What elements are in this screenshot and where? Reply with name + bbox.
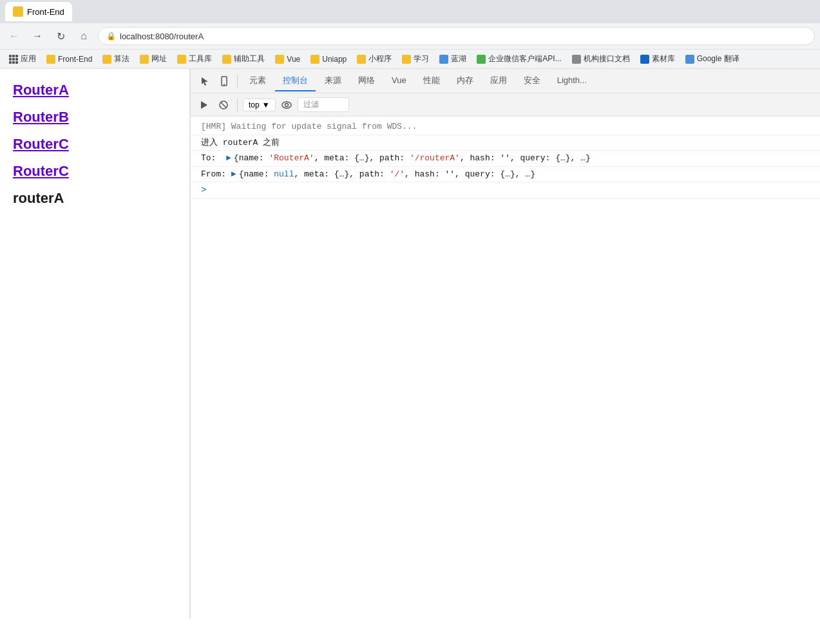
home-button[interactable]: ⌂ [75,27,93,45]
console-line-before-content: 进入 routerA 之前 [201,137,815,149]
router-c-link-2[interactable]: RouterC [13,163,176,180]
from-expand-arrow[interactable]: ► [231,169,236,179]
browser-chrome: Front-End ← → ↻ ⌂ 🔒 localhost:8080/route… [0,0,820,69]
bookmark-lanhu-label: 蓝湖 [451,53,466,64]
bookmark-vue-icon [275,55,284,64]
svg-point-6 [285,103,288,106]
from-name-value: null [274,169,294,179]
bookmark-url-icon [140,55,149,64]
tab-sources[interactable]: 来源 [317,71,349,91]
tab-application[interactable]: 应用 [482,71,515,91]
bookmarks-bar: 应用 Front-End 算法 网址 工具库 辅助工具 Vue Uniapp [0,49,820,68]
apps-grid-icon [9,55,18,64]
from-obj-start: {name: [239,169,274,179]
from-rest: , hash: '', query: {…}, …} [405,169,535,179]
forward-button[interactable]: → [28,27,46,45]
bookmark-learn[interactable]: 学习 [398,52,433,66]
bookmark-url[interactable]: 网址 [136,52,171,66]
active-tab[interactable]: Front-End [5,2,72,21]
bookmark-tools-icon [222,55,231,64]
bookmark-toolkit[interactable]: 工具库 [173,52,216,66]
bookmark-uniapp[interactable]: Uniapp [307,53,350,65]
clear-button[interactable] [215,97,232,113]
bookmark-wechat-icon [477,55,486,64]
to-label: To: [201,153,226,163]
cursor-icon[interactable] [196,72,214,90]
bookmark-algorithm[interactable]: 算法 [99,52,133,66]
tab-performance[interactable]: 性能 [415,71,448,91]
tab-elements-label: 元素 [249,75,266,85]
tab-lighthouse[interactable]: Lighth... [549,71,595,90]
svg-point-5 [282,102,291,108]
bookmark-material[interactable]: 素材库 [636,52,679,66]
router-c-link-1[interactable]: RouterC [13,136,176,153]
svg-line-4 [221,102,226,108]
console-line-from-content: From: ►{name: null, meta: {…}, path: '/'… [201,168,815,181]
back-button[interactable]: ← [5,27,23,45]
to-name-value: 'RouterA' [269,153,314,163]
bookmark-miniprogram[interactable]: 小程序 [353,52,396,66]
bookmark-translate-icon [685,55,694,64]
bookmark-miniprogram-label: 小程序 [368,53,392,64]
devtools-panel: 元素 控制台 来源 网络 Vue 性能 内存 应用 [190,69,820,619]
bookmark-learn-icon [402,55,411,64]
bookmark-vue[interactable]: Vue [271,53,304,65]
bookmark-wechat-api[interactable]: 企业微信客户端API... [473,52,565,66]
bookmark-tools[interactable]: 辅助工具 [218,52,269,66]
tab-network[interactable]: 网络 [350,71,383,91]
bookmark-material-label: 素材库 [652,53,675,64]
browser-toolbar: ← → ↻ ⌂ 🔒 localhost:8080/routerA [0,23,820,49]
tab-divider-1 [237,75,238,88]
router-b-link[interactable]: RouterB [13,109,176,126]
svg-marker-2 [201,101,207,109]
bookmark-api-doc[interactable]: 机构接口文档 [568,52,634,66]
tab-title: Front-End [27,7,64,17]
router-a-link[interactable]: RouterA [13,82,176,99]
devtools-toolbar: top ▼ 过滤 [191,93,820,117]
tab-console[interactable]: 控制台 [275,71,316,91]
console-output: [HMR] Waiting for update signal from WDS… [191,117,820,619]
run-button[interactable] [196,97,213,113]
tab-memory-label: 内存 [457,75,473,85]
watch-button[interactable] [278,97,295,113]
bookmark-url-label: 网址 [151,53,167,64]
bookmark-apps[interactable]: 应用 [5,52,40,66]
tab-elements[interactable]: 元素 [242,71,274,91]
tab-favicon [13,6,23,17]
console-prompt-line[interactable]: > [191,182,820,199]
bookmark-translate-label: Google 翻译 [697,53,739,64]
url-text: localhost:8080/routerA [120,32,204,41]
bookmark-learn-label: 学习 [414,53,429,64]
bookmark-tools-label: 辅助工具 [234,53,265,64]
console-line-from: From: ►{name: null, meta: {…}, path: '/'… [191,167,820,183]
mobile-icon[interactable] [215,72,233,90]
bookmark-frontend[interactable]: Front-End [43,53,96,65]
toolbar-divider [237,99,238,111]
filter-input[interactable]: 过滤 [298,97,349,112]
top-selector[interactable]: top ▼ [243,99,276,111]
bookmark-lanhu[interactable]: 蓝湖 [435,52,470,66]
tab-network-label: 网络 [358,75,375,85]
bookmark-material-icon [640,55,649,64]
to-meta: , meta: {…}, path: [314,153,410,163]
tab-memory[interactable]: 内存 [449,71,481,91]
tab-console-label: 控制台 [283,75,308,85]
bookmark-wechat-label: 企业微信客户端API... [488,53,561,64]
tab-security[interactable]: 安全 [516,71,548,91]
bookmark-algorithm-icon [102,55,111,64]
tab-vue[interactable]: Vue [384,71,414,90]
top-label: top [249,100,260,109]
to-path-value: '/routerA' [410,153,460,163]
console-line-to: To: ►{name: 'RouterA', meta: {…}, path: … [191,151,820,167]
filter-placeholder: 过滤 [303,99,319,110]
bookmark-toolkit-label: 工具库 [189,53,212,64]
top-dropdown-icon: ▼ [262,100,270,109]
hmr-text: [HMR] Waiting for update signal from WDS… [201,122,417,131]
before-text: 进入 routerA 之前 [201,138,280,147]
bookmark-toolkit-icon [177,55,186,64]
refresh-button[interactable]: ↻ [52,27,70,45]
bookmark-translate[interactable]: Google 翻译 [682,52,743,66]
address-bar[interactable]: 🔒 localhost:8080/routerA [98,27,815,45]
bookmark-lanhu-icon [439,55,448,64]
to-expand-arrow[interactable]: ► [226,153,231,163]
